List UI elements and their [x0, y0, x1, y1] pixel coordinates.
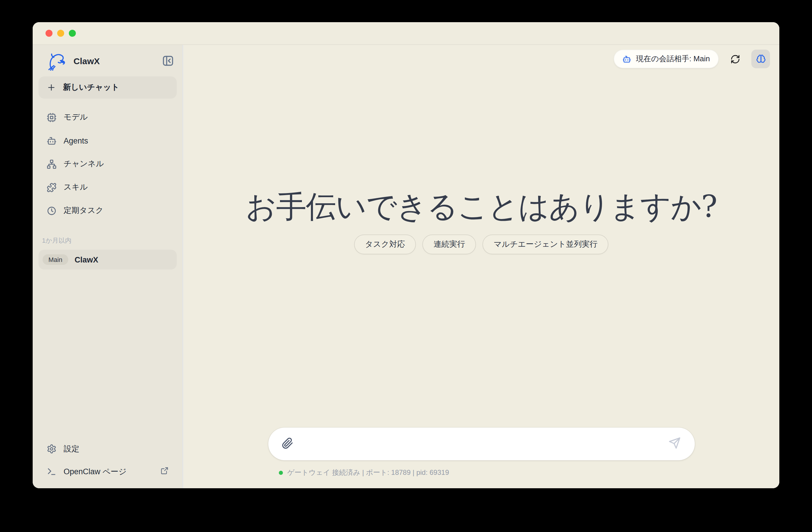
sidebar-item-skills[interactable]: スキル	[39, 177, 177, 198]
zoom-window-button[interactable]	[69, 30, 76, 37]
clawx-lobster-logo-icon	[46, 51, 68, 71]
message-input[interactable]	[301, 428, 661, 460]
traffic-lights	[45, 30, 76, 37]
close-window-button[interactable]	[45, 30, 53, 37]
new-chat-button[interactable]: 新しいチャット	[39, 76, 177, 99]
sidebar-item-settings[interactable]: 設定	[39, 438, 177, 460]
robot-icon	[623, 55, 632, 63]
cpu-icon	[47, 112, 57, 122]
sidebar-item-label: モデル	[63, 112, 88, 123]
panel-collapse-icon	[162, 54, 174, 67]
brand-title: ClawX	[73, 56, 160, 66]
sidebar-nav: モデル Agents	[39, 107, 177, 221]
brain-mode-button[interactable]	[751, 49, 770, 68]
new-chat-label: 新しいチャット	[63, 82, 119, 93]
agent-badge: Main	[43, 254, 68, 265]
capability-chips: タスク対応 連続実行 マルチエージェント並列実行	[183, 234, 779, 254]
brain-icon	[756, 54, 766, 64]
history-item-main-clawx[interactable]: Main ClawX	[39, 250, 177, 270]
composer-area: ゲートウェイ 接続済み | ポート: 18789 | pid: 69319	[183, 428, 779, 478]
external-link-icon	[160, 467, 169, 475]
sidebar-item-label: 定期タスク	[63, 205, 103, 216]
current-conversation-label: 現在の会話相手: Main	[636, 54, 710, 64]
history-section-label: 1か月以内	[42, 236, 177, 245]
main-content: 現在の会話相手: Main	[183, 45, 779, 488]
sidebar-item-label: Agents	[63, 136, 88, 145]
app-window: ClawX 新しいチャット	[33, 22, 779, 488]
attach-file-button[interactable]	[281, 437, 294, 450]
refresh-button[interactable]	[729, 53, 741, 65]
brand-row: ClawX	[39, 48, 177, 73]
collapse-sidebar-button[interactable]	[160, 53, 176, 68]
history-item-label: ClawX	[75, 255, 98, 264]
sidebar-item-scheduled-tasks[interactable]: 定期タスク	[39, 200, 177, 221]
stage: ClawX 新しいチャット	[0, 0, 812, 532]
sidebar-item-label: 設定	[63, 444, 79, 454]
external-link-icon-wrap	[160, 467, 169, 477]
sidebar: ClawX 新しいチャット	[33, 45, 183, 488]
sidebar-footer: 設定 OpenClaw ページ	[39, 438, 177, 483]
clock-icon	[47, 206, 57, 216]
topbar-actions: 現在の会話相手: Main	[614, 49, 770, 68]
hero: お手伝いできることはありますか? タスク対応 連続実行 マルチエージェント並列実…	[183, 190, 779, 254]
status-connected-dot	[278, 471, 282, 475]
sidebar-item-channels[interactable]: チャンネル	[39, 154, 177, 174]
message-composer	[268, 428, 694, 460]
network-icon	[47, 159, 57, 169]
sidebar-item-label: OpenClaw ページ	[63, 466, 127, 477]
chip-multi-agent-parallel[interactable]: マルチエージェント並列実行	[482, 234, 608, 254]
minimize-window-button[interactable]	[57, 30, 64, 37]
chip-continuous-run[interactable]: 連続実行	[422, 234, 476, 254]
sidebar-item-models[interactable]: モデル	[39, 107, 177, 128]
sidebar-item-label: チャンネル	[63, 159, 104, 169]
sidebar-item-label: スキル	[63, 182, 88, 192]
send-icon	[668, 437, 681, 449]
gateway-status: ゲートウェイ 接続済み | ポート: 18789 | pid: 69319	[268, 468, 694, 478]
gear-icon	[47, 444, 57, 454]
current-conversation-badge[interactable]: 現在の会話相手: Main	[614, 49, 719, 68]
status-text: ゲートウェイ 接続済み | ポート: 18789 | pid: 69319	[287, 468, 449, 478]
plus-icon	[47, 83, 56, 92]
refresh-icon	[730, 54, 740, 64]
hero-heading: お手伝いできることはありますか?	[183, 190, 779, 224]
titlebar	[33, 22, 779, 45]
paperclip-icon	[281, 437, 293, 449]
chip-task-support[interactable]: タスク対応	[354, 234, 416, 254]
sidebar-item-openclaw-page[interactable]: OpenClaw ページ	[39, 461, 177, 483]
send-button[interactable]	[668, 437, 682, 451]
puzzle-icon	[47, 182, 57, 192]
terminal-icon	[47, 467, 57, 477]
sidebar-item-agents[interactable]: Agents	[39, 130, 177, 151]
robot-icon	[47, 135, 57, 146]
